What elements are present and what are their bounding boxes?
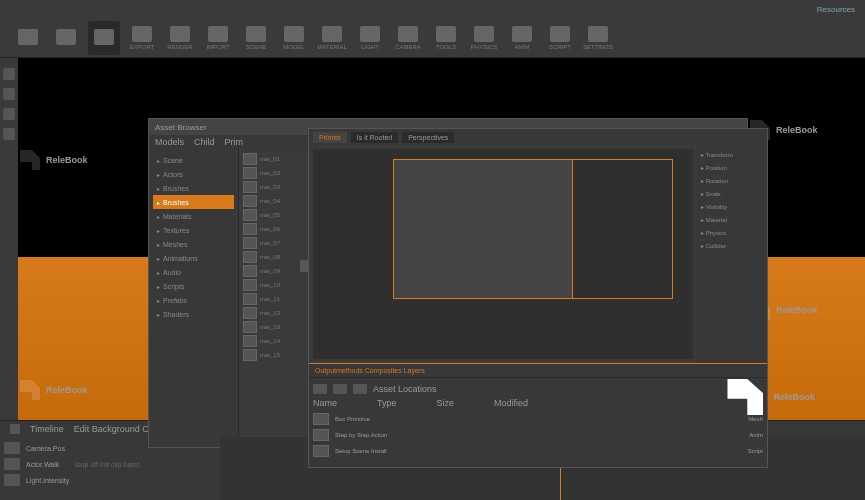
list-item[interactable]: Box PrimitiveMesh [313, 412, 763, 426]
tool-t8[interactable]: CAMERA [392, 21, 424, 55]
thumbnail[interactable]: mat_02 [243, 167, 295, 179]
titlebar: Resources [0, 0, 865, 18]
property-row[interactable]: ▸ Scale [701, 188, 763, 198]
tool-t12[interactable]: SCRIPT [544, 21, 576, 55]
thumbnail[interactable]: mat_13 [243, 321, 295, 333]
list-item[interactable]: Setup Scene InstallScript [313, 444, 763, 458]
tab-Models[interactable]: Models [155, 137, 184, 147]
tree-item[interactable]: Scripts [153, 279, 234, 293]
inspector-panel: PrimesIs it RootedPerspectives ▸ Transfo… [308, 128, 768, 468]
tool-open[interactable] [50, 21, 82, 55]
tree-item[interactable]: Animations [153, 251, 234, 265]
section-title: Asset Locations [373, 384, 437, 394]
track-row[interactable]: Light.Intensity [4, 473, 216, 487]
tool-t5[interactable]: MODEL [278, 21, 310, 55]
property-row[interactable]: ▸ Transform [701, 149, 763, 159]
tree-item[interactable]: Scene [153, 153, 234, 167]
column-headers: NameTypeSizeModified [313, 398, 763, 408]
tree-item[interactable]: Materials [153, 209, 234, 223]
tab[interactable]: Is it Rooted [351, 132, 398, 143]
tool-home[interactable] [12, 21, 44, 55]
toggle-icon[interactable] [10, 424, 20, 434]
side-tool-2[interactable] [3, 88, 15, 100]
thumbnail[interactable]: mat_14 [243, 335, 295, 347]
left-sidebar [0, 58, 18, 420]
stop-icon[interactable] [333, 384, 347, 394]
thumbnail-grid: mat_01mat_02mat_03mat_04mat_05mat_06mat_… [239, 149, 299, 447]
tool-t6[interactable]: MATERIAL [316, 21, 348, 55]
tree-item[interactable]: Prefabs [153, 293, 234, 307]
tab[interactable]: Primes [313, 132, 347, 143]
tool-t13[interactable]: SETTINGS [582, 21, 614, 55]
preview-viewport[interactable] [313, 149, 693, 359]
column-header[interactable]: Name [313, 398, 337, 408]
side-tool-3[interactable] [3, 108, 15, 120]
thumbnail[interactable]: mat_07 [243, 237, 295, 249]
tree-item[interactable]: Brushes [153, 195, 234, 209]
property-row[interactable]: ▸ Rotation [701, 175, 763, 185]
tab-Child[interactable]: Child [194, 137, 215, 147]
asset-rows: Box PrimitiveMeshStep by Step ActionAnim… [313, 412, 763, 458]
tree-item[interactable]: Audio [153, 265, 234, 279]
tool-t11[interactable]: ANIM [506, 21, 538, 55]
thumbnail[interactable]: mat_03 [243, 181, 295, 193]
thumbnail[interactable]: mat_09 [243, 265, 295, 277]
tree-item[interactable]: Actors [153, 167, 234, 181]
tool-t9[interactable]: TOOLS [430, 21, 462, 55]
tree-view: SceneActorsBrushesBrushesMaterialsTextur… [149, 149, 239, 447]
inspector-tabs: PrimesIs it RootedPerspectives [309, 129, 767, 145]
tree-item[interactable]: Textures [153, 223, 234, 237]
tool-t7[interactable]: LIGHT [354, 21, 386, 55]
thumbnail[interactable]: mat_11 [243, 293, 295, 305]
track-row[interactable]: Actor.Walkloop off init clip basic [4, 457, 216, 471]
thumbnail[interactable]: mat_04 [243, 195, 295, 207]
property-row[interactable]: ▸ Collider [701, 240, 763, 250]
tool-t2[interactable]: RENDER [164, 21, 196, 55]
thumbnail[interactable]: mat_06 [243, 223, 295, 235]
timeline-title: Timeline [30, 424, 64, 434]
next-icon[interactable] [353, 384, 367, 394]
thumbnail[interactable]: mat_12 [243, 307, 295, 319]
main-toolbar: EXPORTRENDERIMPORTSCENEMODELMATERIALLIGH… [0, 18, 865, 58]
tree-item[interactable]: Brushes [153, 181, 234, 195]
property-row[interactable]: ▸ Material [701, 214, 763, 224]
watermark-large: ReleBook [727, 379, 815, 415]
side-tool-1[interactable] [3, 68, 15, 80]
tab[interactable]: Perspectives [402, 132, 454, 143]
footer-tab[interactable]: Edit [74, 424, 92, 434]
tree-item[interactable]: Meshes [153, 237, 234, 251]
column-header[interactable]: Type [377, 398, 397, 408]
tool-save[interactable] [88, 21, 120, 55]
thumbnail[interactable]: mat_08 [243, 251, 295, 263]
tree-item[interactable]: Shaders [153, 307, 234, 321]
asset-section: Asset Locations NameTypeSizeModified Box… [309, 377, 767, 467]
side-tool-4[interactable] [3, 128, 15, 140]
column-header[interactable]: Modified [494, 398, 528, 408]
properties-list: ▸ Transform▸ Position▸ Rotation▸ Scale▸ … [697, 145, 767, 363]
status-bar: Outputmethods Composites Layers [309, 363, 767, 377]
tab-Prim[interactable]: Prim [225, 137, 244, 147]
property-row[interactable]: ▸ Position [701, 162, 763, 172]
footer-tab[interactable]: Background [92, 424, 143, 434]
resources-link[interactable]: Resources [817, 5, 855, 14]
thumbnail[interactable]: mat_15 [243, 349, 295, 361]
tool-t4[interactable]: SCENE [240, 21, 272, 55]
property-row[interactable]: ▸ Physics [701, 227, 763, 237]
tool-t3[interactable]: IMPORT [202, 21, 234, 55]
thumbnail[interactable]: mat_01 [243, 153, 295, 165]
selection-frame-inner [393, 159, 573, 299]
property-row[interactable]: ▸ Visibility [701, 201, 763, 211]
column-header[interactable]: Size [437, 398, 455, 408]
tool-t1[interactable]: EXPORT [126, 21, 158, 55]
thumbnail[interactable]: mat_05 [243, 209, 295, 221]
play-icon[interactable] [313, 384, 327, 394]
thumbnail[interactable]: mat_10 [243, 279, 295, 291]
tool-t10[interactable]: PHYSICS [468, 21, 500, 55]
3d-viewport[interactable]: Asset Browser ModelsChildPrim SceneActor… [18, 58, 865, 420]
list-item[interactable]: Step by Step ActionAnim [313, 428, 763, 442]
